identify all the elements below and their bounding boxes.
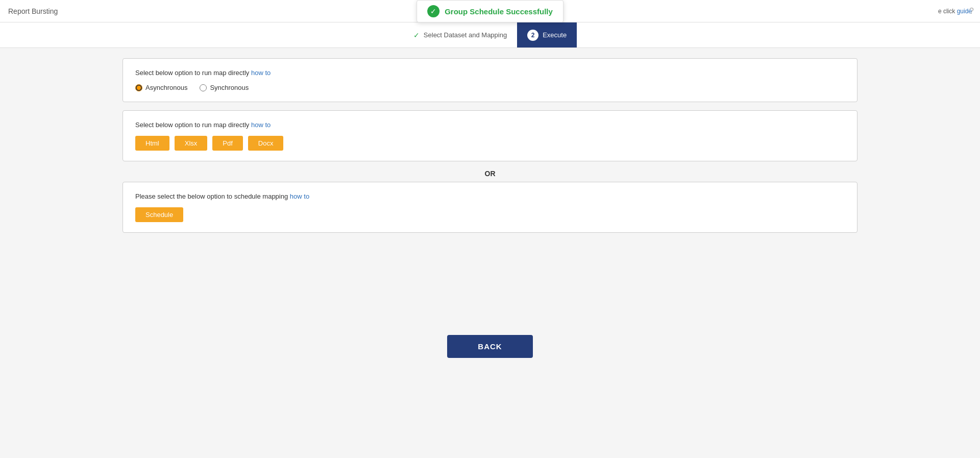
radio-async[interactable]: Asynchronous xyxy=(135,84,187,91)
radio-async-input[interactable] xyxy=(135,84,142,91)
help-text: e click guide xyxy=(938,8,972,15)
schedule-button[interactable]: Schedule xyxy=(135,207,183,222)
section3-title: Please select the below option to schedu… xyxy=(135,192,845,200)
steps-bar: ✓ Select Dataset and Mapping 2 Execute xyxy=(0,22,980,48)
step-2[interactable]: 2 Execute xyxy=(517,22,577,47)
step-1-check-icon: ✓ xyxy=(413,31,420,39)
section-run-mode: Select below option to run map directly … xyxy=(122,58,857,102)
radio-async-label: Asynchronous xyxy=(145,84,187,91)
back-area: BACK xyxy=(122,335,857,378)
main-content: Select below option to run map directly … xyxy=(102,48,878,389)
html-button[interactable]: Html xyxy=(135,136,169,151)
section3-how-to-link[interactable]: how to xyxy=(290,192,309,200)
back-button[interactable]: BACK xyxy=(447,335,532,358)
or-divider: OR xyxy=(122,170,857,178)
pdf-button[interactable]: Pdf xyxy=(212,136,243,151)
radio-sync[interactable]: Synchronous xyxy=(200,84,249,91)
section-format: Select below option to run map directly … xyxy=(122,110,857,161)
radio-group: Asynchronous Synchronous xyxy=(135,84,845,91)
success-check-icon: ✓ xyxy=(427,5,439,17)
section2-title: Select below option to run map directly … xyxy=(135,121,845,129)
section1-title: Select below option to run map directly … xyxy=(135,69,845,77)
radio-sync-label: Synchronous xyxy=(210,84,249,91)
radio-sync-input[interactable] xyxy=(200,84,207,91)
toast-message: Group Schedule Successfully xyxy=(445,7,553,16)
top-bar: Report Bursting ✓ Group Schedule Success… xyxy=(0,0,980,22)
step-2-number: 2 xyxy=(527,30,538,41)
xlsx-button[interactable]: Xlsx xyxy=(175,136,208,151)
step-1-label: Select Dataset and Mapping xyxy=(424,31,507,39)
section2-how-to-link[interactable]: how to xyxy=(251,121,271,129)
section-schedule: Please select the below option to schedu… xyxy=(122,182,857,233)
format-buttons: Html Xlsx Pdf Docx xyxy=(135,136,845,151)
docx-button[interactable]: Docx xyxy=(248,136,284,151)
step-1[interactable]: ✓ Select Dataset and Mapping xyxy=(403,22,517,47)
step-2-label: Execute xyxy=(543,31,567,39)
help-icon[interactable]: ? xyxy=(969,7,974,16)
section1-how-to-link[interactable]: how to xyxy=(251,69,271,77)
page-title: Report Bursting xyxy=(8,7,58,15)
success-toast: ✓ Group Schedule Successfully xyxy=(416,0,564,22)
